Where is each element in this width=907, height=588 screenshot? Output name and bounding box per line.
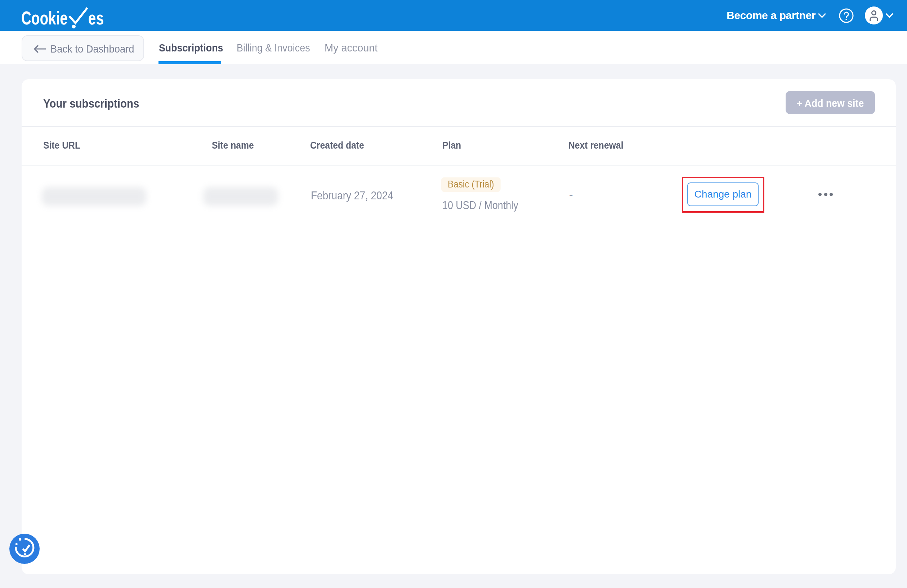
svg-text:es: es (88, 8, 104, 29)
svg-text:Cookie: Cookie (21, 8, 68, 29)
